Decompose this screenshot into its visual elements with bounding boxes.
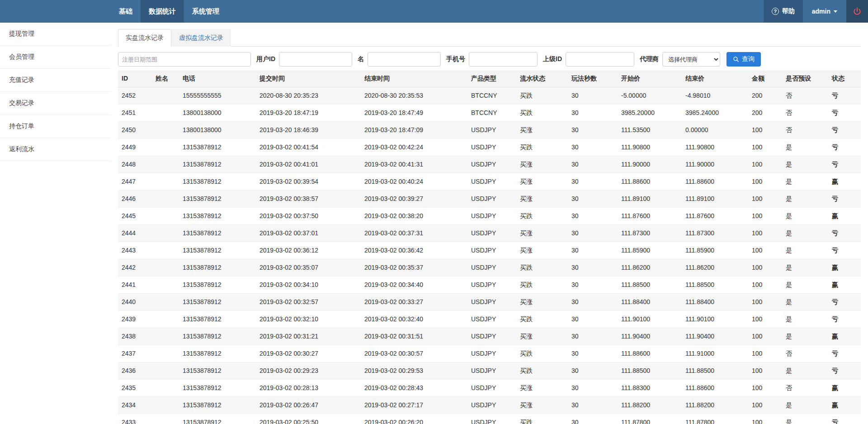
phone-input[interactable] [469,52,538,67]
cell-result: 赢 [828,259,861,276]
cell-name [152,414,179,424]
cell-direction: 买涨 [516,122,568,139]
cell-result: 赢 [828,276,861,294]
cell-phone: 13153878912 [179,208,256,225]
cell-amount: 100 [748,259,782,276]
filter-bar: 用户ID 名 手机号 上级ID 代理商 选择代理商 查询 [118,52,861,67]
cell-result: 赢 [828,173,861,191]
table-row: 2441131538789122019-03-02 00:34:102019-0… [118,276,861,294]
cell-preset: 是 [782,414,828,424]
nav-item-system-management[interactable]: 系统管理 [184,0,227,23]
cell-result: 亏 [828,242,861,259]
name-input[interactable] [368,52,441,67]
cell-end-time: 2019-03-02 00:32:40 [361,311,467,328]
cell-name [152,345,179,362]
user-menu[interactable]: admin [803,0,846,23]
sidebar-item-recharge-records[interactable]: 充值记录 [0,69,111,92]
cell-end-time: 2019-03-20 18:47:49 [361,105,467,122]
column-header: 产品类型 [467,70,516,87]
cell-submit-time: 2019-03-02 00:30:27 [256,345,361,362]
cell-end-time: 2019-03-02 00:35:37 [361,259,467,276]
cell-start-price: 3985.20000 [618,105,682,122]
cell-amount: 200 [748,87,782,105]
nav-item-basic[interactable]: 基础 [111,0,141,23]
cell-product: USDJPY [467,345,516,362]
cell-name [152,122,179,139]
cell-start-price: 111.89100 [618,191,682,208]
column-header: 电话 [179,70,256,87]
cell-result: 亏 [828,87,861,105]
tab-real-flow-records[interactable]: 实盘流水记录 [118,29,171,47]
column-header: 提交时间 [256,70,361,87]
cell-phone: 13153878912 [179,380,256,397]
cell-submit-time: 2019-03-02 00:32:10 [256,311,361,328]
sidebar-item-withdraw-management[interactable]: 提现管理 [0,23,111,46]
sidebar-item-member-management[interactable]: 会员管理 [0,46,111,69]
cell-start-price: 111.87800 [618,414,682,424]
cell-id: 2446 [118,191,152,208]
sidebar-item-rebate-flow[interactable]: 返利流水 [0,138,111,161]
help-button[interactable]: ? 帮助 [764,0,803,23]
cell-end-price: 111.88500 [682,362,748,380]
cell-phone: 13153878912 [179,414,256,424]
cell-seconds: 30 [568,242,618,259]
cell-seconds: 30 [568,276,618,294]
cell-seconds: 30 [568,259,618,276]
cell-amount: 100 [748,294,782,311]
cell-result: 赢 [828,397,861,414]
logout-button[interactable] [846,0,868,23]
sidebar-item-position-orders[interactable]: 持仓订单 [0,115,111,138]
cell-end-time: 2019-03-02 00:26:20 [361,414,467,424]
cell-end-price: 111.89100 [682,191,748,208]
cell-phone: 13153878912 [179,173,256,191]
table-row: 2451138001380002019-03-20 18:47:192019-0… [118,105,861,122]
cell-end-time: 2019-03-02 00:27:17 [361,397,467,414]
cell-phone: 13153878912 [179,362,256,380]
cell-direction: 买涨 [516,173,568,191]
cell-end-price: 111.90400 [682,328,748,345]
cell-name [152,208,179,225]
cell-amount: 100 [748,173,782,191]
register-date-range-input[interactable] [118,52,251,67]
cell-id: 2434 [118,397,152,414]
cell-end-time: 2019-03-02 00:39:27 [361,191,467,208]
search-button[interactable]: 查询 [726,52,761,67]
cell-start-price: 111.88500 [618,362,682,380]
cell-result: 亏 [828,294,861,311]
cell-direction: 买跌 [516,311,568,328]
cell-phone: 13153878912 [179,139,256,156]
sidebar-item-trade-records[interactable]: 交易记录 [0,92,111,115]
cell-end-time: 2019-03-02 00:38:20 [361,208,467,225]
cell-amount: 100 [748,397,782,414]
main-content: 实盘流水记录 虚拟盘流水记录 用户ID 名 手机号 上级ID 代理商 选择代理商… [111,23,868,424]
cell-name [152,380,179,397]
parent-id-input[interactable] [566,52,634,67]
cell-result: 亏 [828,105,861,122]
cell-end-time: 2019-03-02 00:29:53 [361,362,467,380]
search-button-label: 查询 [742,55,755,63]
column-header: 姓名 [152,70,179,87]
tab-virtual-flow-records[interactable]: 虚拟盘流水记录 [171,29,231,47]
agent-select[interactable]: 选择代理商 [662,52,720,67]
cell-result: 亏 [828,122,861,139]
cell-product: USDJPY [467,397,516,414]
cell-submit-time: 2019-03-02 00:35:07 [256,259,361,276]
cell-submit-time: 2020-08-30 20:35:23 [256,87,361,105]
cell-direction: 买跌 [516,345,568,362]
cell-id: 2449 [118,139,152,156]
cell-direction: 买跌 [516,87,568,105]
nav-item-data-statistics[interactable]: 数据统计 [141,0,184,23]
cell-phone: 13153878912 [179,225,256,242]
cell-direction: 买跌 [516,276,568,294]
cell-start-price: 111.88200 [618,397,682,414]
cell-seconds: 30 [568,328,618,345]
column-header: ID [118,70,152,87]
cell-preset: 否 [782,345,828,362]
table-row: 2434131538789122019-03-02 00:26:472019-0… [118,397,861,414]
power-icon [853,7,862,16]
cell-product: USDJPY [467,311,516,328]
cell-name [152,225,179,242]
cell-phone: 13800138000 [179,105,256,122]
cell-end-price: 0.00000 [682,122,748,139]
user-id-input[interactable] [279,52,352,67]
